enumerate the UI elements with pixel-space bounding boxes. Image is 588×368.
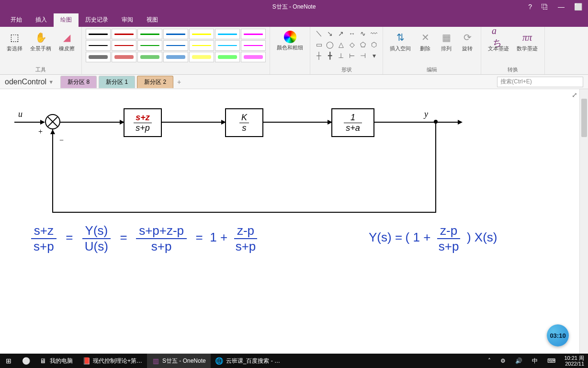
shape-arrow2[interactable]: ↗ — [336, 29, 346, 38]
tray-volume[interactable]: 🔊 — [510, 354, 527, 368]
shape-line[interactable]: ＼ — [314, 29, 324, 38]
pdf-icon: 📕 — [82, 357, 90, 365]
shape-rect[interactable]: ▭ — [314, 40, 324, 49]
ink-to-math-button[interactable]: ππ 数学墨迹 — [514, 29, 541, 54]
chrome-icon: 🌐 — [215, 357, 223, 365]
lasso-icon: ⬚ — [8, 31, 22, 44]
help-button[interactable]: ? — [528, 3, 532, 11]
shape-more[interactable]: ▾ — [369, 51, 379, 60]
vertical-scrollbar[interactable] — [579, 89, 588, 354]
arrange-button[interactable]: ▦ 排列 — [437, 29, 456, 54]
pen-swatch[interactable] — [163, 40, 188, 51]
pen-swatch[interactable] — [112, 40, 136, 51]
pen-swatch[interactable] — [163, 29, 188, 39]
shape-hex[interactable]: ⬡ — [369, 40, 379, 49]
taskbar-mycomputer[interactable]: 🖥我的电脑 — [34, 354, 78, 368]
tray-ime[interactable]: 中 — [527, 354, 543, 368]
shape-axes[interactable]: ┼ — [314, 51, 324, 60]
scrollbar-thumb[interactable] — [581, 99, 587, 137]
taskbar-pdf[interactable]: 📕现代控制理论+第… — [78, 354, 147, 368]
delete-button[interactable]: ✕ 删除 — [416, 29, 435, 54]
page-canvas[interactable]: ⤢ u + − s+z s+p K s — [0, 89, 579, 354]
pen-swatch[interactable] — [215, 52, 240, 62]
taskbar-chrome[interactable]: 🌐云班课_百度搜索 - … — [211, 354, 285, 368]
shape-ellipse[interactable]: ◯ — [325, 40, 335, 49]
tab-history[interactable]: 历史记录 — [79, 13, 115, 27]
tray-icon-1[interactable]: ⚙ — [496, 354, 510, 368]
pen-swatch[interactable] — [86, 40, 111, 51]
pen-swatch[interactable] — [215, 29, 240, 39]
eraser-button[interactable]: ◢ 橡皮擦 — [56, 29, 78, 54]
shape-darrow[interactable]: ↔ — [347, 29, 357, 38]
hand-icon: ✋ — [34, 31, 47, 44]
taskbar-clock[interactable]: 10:21 周 2022/11 — [560, 355, 588, 367]
input-label: u — [18, 109, 23, 119]
section-tabs-row: odenControl ▼ 新分区 8 新分区 1 新分区 2 + 搜索(Ctr… — [0, 75, 588, 89]
window-title: S廿五 - OneNote — [272, 3, 316, 11]
chevron-down-icon: ▼ — [48, 79, 54, 85]
shape-tri[interactable]: △ — [336, 40, 346, 49]
section-tab-1[interactable]: 新分区 1 — [99, 76, 135, 88]
pen-gallery — [86, 29, 266, 62]
color-width-button[interactable]: 颜色和粗细 — [274, 29, 306, 53]
timer-badge[interactable]: 03:10 — [547, 324, 569, 346]
section-tab-0[interactable]: 新分区 8 — [60, 76, 97, 88]
ribbon: ⬚ 套选择 ✋ 全景手柄 ◢ 橡皮擦 工具 颜色和粗细 ＼ ↘ — [0, 27, 588, 75]
summing-junction — [45, 114, 60, 129]
onenote-icon: ▥ — [152, 357, 159, 365]
notebook-name[interactable]: odenControl ▼ — [0, 78, 58, 86]
pen-swatch[interactable] — [189, 40, 214, 51]
pen-swatch[interactable] — [112, 29, 136, 39]
pen-swatch[interactable] — [86, 52, 111, 62]
shape-curve[interactable]: ∿ — [358, 29, 368, 38]
lasso-select-button[interactable]: ⬚ 套选择 — [4, 29, 25, 54]
rotate-button[interactable]: ⟳ 旋转 — [458, 29, 477, 54]
shape-axes4[interactable]: ⊢ — [347, 51, 357, 60]
search-button[interactable]: ⚪ — [17, 354, 34, 368]
pen-swatch[interactable] — [137, 29, 162, 39]
shape-axes5[interactable]: ⊣ — [358, 51, 368, 60]
ribbon-toggle-button[interactable]: ⿻ — [542, 3, 548, 11]
pen-swatch[interactable] — [241, 40, 266, 51]
tray-overflow[interactable]: ˄ — [483, 354, 496, 368]
pen-swatch[interactable] — [137, 40, 162, 51]
pen-swatch[interactable] — [189, 52, 214, 62]
shape-axes3[interactable]: ⊥ — [336, 51, 346, 60]
section-tab-2[interactable]: 新分区 2 — [137, 76, 173, 88]
ribbon-tabs: 开始 插入 绘图 历史记录 审阅 视图 — [0, 13, 588, 27]
pen-swatch[interactable] — [215, 40, 240, 51]
insert-space-button[interactable]: ⇅ 插入空间 — [387, 29, 414, 54]
shape-pent[interactable]: ⬠ — [358, 40, 368, 49]
tab-home[interactable]: 开始 — [4, 13, 29, 27]
pen-swatch[interactable] — [112, 52, 136, 62]
start-button[interactable]: ⊞ — [0, 354, 17, 368]
tray-keyboard[interactable]: ⌨ — [543, 354, 560, 368]
ink-to-text-button[interactable]: aち 文本墨迹 — [485, 29, 512, 54]
pen-swatch[interactable] — [241, 29, 266, 39]
maximize-button[interactable]: ⬜ — [574, 3, 582, 11]
ink-text-icon: aち — [492, 31, 505, 44]
pen-swatch[interactable] — [86, 29, 111, 39]
expand-icon[interactable]: ⤢ — [572, 91, 577, 99]
pen-swatch[interactable] — [137, 52, 162, 62]
search-input[interactable]: 搜索(Ctrl+E) — [497, 77, 583, 87]
pen-swatch[interactable] — [189, 29, 214, 39]
panning-hand-button[interactable]: ✋ 全景手柄 — [27, 29, 54, 54]
cortana-icon: ⚪ — [22, 357, 30, 365]
tab-insert[interactable]: 插入 — [29, 13, 54, 27]
tab-review[interactable]: 审阅 — [115, 13, 140, 27]
shape-axes2[interactable]: ╋ — [325, 51, 335, 60]
shape-arrow[interactable]: ↘ — [325, 29, 335, 38]
add-section-button[interactable]: + — [177, 78, 181, 86]
tab-view[interactable]: 视图 — [140, 13, 165, 27]
tab-draw[interactable]: 绘图 — [54, 13, 79, 27]
transfer-block-1: s+z s+p — [124, 108, 162, 137]
shape-diamond[interactable]: ◇ — [347, 40, 357, 49]
pen-swatch[interactable] — [241, 52, 266, 62]
minimize-button[interactable]: — — [558, 3, 565, 11]
color-wheel-icon — [284, 31, 296, 43]
ribbon-group-tools: ⬚ 套选择 ✋ 全景手柄 ◢ 橡皮擦 工具 — [0, 27, 82, 74]
taskbar-onenote[interactable]: ▥S廿五 - OneNote — [147, 354, 211, 368]
pen-swatch[interactable] — [163, 52, 188, 62]
shape-free[interactable]: 〰 — [369, 29, 379, 38]
